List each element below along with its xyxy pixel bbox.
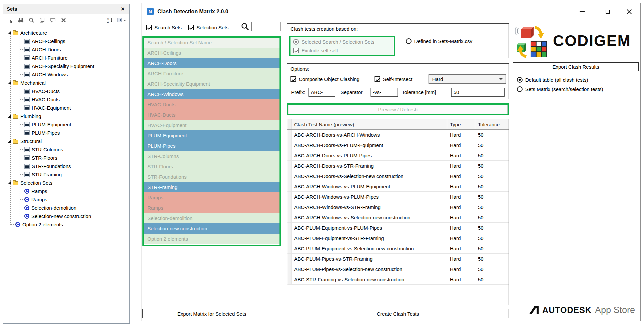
clash-test-row[interactable]: ABC-PLUM-Equipment-vs-Selection-new cons…: [287, 243, 509, 254]
tree-item[interactable]: Selection-new construction: [3, 212, 129, 220]
create-clash-tests-button[interactable]: Create Clash Tests: [287, 309, 509, 318]
clash-test-row[interactable]: ABC-ARCH-Windows-vs-PLUM-PipesHard50: [287, 192, 509, 202]
clash-test-row[interactable]: ABC-PLUM-Equipment-vs-PLUM-PipesHard50: [287, 223, 509, 233]
set-filter-input[interactable]: [251, 22, 280, 31]
clash-test-row[interactable]: ABC-STR-Framing-vs-Selection-new constru…: [287, 274, 509, 285]
sort-icon[interactable]: AZ: [106, 16, 114, 24]
tree-folder[interactable]: Mechanical: [3, 79, 129, 87]
set-row-selected[interactable]: ARCH-Windows: [144, 89, 279, 99]
set-row-available[interactable]: STR-Columns: [144, 151, 279, 161]
tree-item[interactable]: ARCH-Furniture: [3, 54, 129, 62]
close-icon[interactable]: [119, 6, 126, 12]
default-table-radio[interactable]: Default table (all clash tests): [517, 76, 588, 83]
tree-item[interactable]: STR-Floors: [3, 154, 129, 162]
self-intersect-checkbox[interactable]: Self-Intersect: [375, 76, 412, 82]
tree-item[interactable]: ARCH-Doors: [3, 45, 129, 54]
export-matrix-button[interactable]: Export Matrix for Selected Sets: [142, 309, 281, 318]
tree-item[interactable]: HVAC-Ducts: [3, 95, 129, 104]
clash-test-row[interactable]: ABC-ARCH-Doors-vs-PLUM-PipesHard50: [287, 150, 509, 161]
clash-test-row[interactable]: ABC-PLUM-Pipes-vs-Selection-new construc…: [287, 264, 509, 274]
exclude-self-checkbox[interactable]: Exclude self-self: [293, 47, 338, 54]
clash-test-row[interactable]: ABC-PLUM-Pipes-vs-STR-FramingHard50: [287, 254, 509, 264]
composite-clashing-checkbox[interactable]: Composite Object Clashing: [290, 76, 360, 82]
delete-icon[interactable]: [59, 16, 68, 24]
set-row-available[interactable]: ARCH-Speciality Equipment: [144, 79, 279, 89]
search-sets-checkbox[interactable]: Search Sets: [146, 24, 182, 31]
col-header-name[interactable]: Clash Test Name (preview): [291, 119, 447, 129]
select-set-icon[interactable]: [6, 16, 14, 24]
tree-item[interactable]: HVAC-Ducts: [3, 87, 129, 95]
expander-icon[interactable]: [8, 115, 11, 118]
clash-test-row[interactable]: ABC-ARCH-Windows-vs-PLUM-EquipmentHard50: [287, 181, 509, 192]
clash-test-row[interactable]: ABC-PLUM-Equipment-vs-STR-FramingHard50: [287, 233, 509, 243]
prefix-input[interactable]: [308, 88, 335, 97]
tree-item[interactable]: STR-Foundations: [3, 162, 129, 170]
separator-input[interactable]: [371, 88, 398, 97]
minimize-button[interactable]: [576, 7, 588, 17]
expander-icon[interactable]: [8, 181, 11, 184]
comment-icon[interactable]: [48, 16, 57, 24]
set-row-available[interactable]: STR-Foundations: [144, 172, 279, 182]
cell-name: ABC-PLUM-Equipment-vs-STR-Framing: [291, 233, 447, 243]
preview-refresh-button[interactable]: Preview / Refresh: [288, 105, 508, 114]
tree-item[interactable]: PLUM-Equipment: [3, 120, 129, 129]
cell-name: ABC-ARCH-Doors-vs-PLUM-Pipes: [291, 150, 447, 160]
duplicate-icon[interactable]: [38, 16, 46, 24]
set-row-available[interactable]: ARCH-Furniture: [144, 68, 279, 79]
tree-folder[interactable]: Structural: [3, 137, 129, 145]
clash-test-row[interactable]: ABC-ARCH-Doors-vs-Selection-new construc…: [287, 171, 509, 181]
find-items-icon[interactable]: [16, 16, 25, 24]
set-row-selected[interactable]: ARCH-Doors: [144, 58, 279, 68]
import-export-icon[interactable]: [116, 16, 127, 24]
sets-matrix-csv-radio[interactable]: Defined in Sets-Matrix.csv: [406, 38, 472, 44]
set-row-selected[interactable]: PLUM-Equipment: [144, 130, 279, 141]
tree-item[interactable]: STR-Columns: [3, 145, 129, 154]
sets-matrix-radio[interactable]: Sets Matrix (search/selection tests): [517, 86, 603, 92]
tree-item[interactable]: Selection-demolition: [3, 204, 129, 212]
tolerance-input[interactable]: [451, 88, 505, 97]
tree-item[interactable]: Ramps: [3, 187, 129, 195]
clash-test-row[interactable]: ABC-ARCH-Doors-vs-PLUM-EquipmentHard50: [287, 140, 509, 150]
dialog-titlebar[interactable]: N Clash Detection Matrix 2.0.0: [141, 3, 640, 20]
tree-item[interactable]: STR-Framing: [3, 170, 129, 179]
clash-test-row[interactable]: ABC-ARCH-Windows-vs-Selection-new constr…: [287, 212, 509, 223]
tree-folder[interactable]: Architecture: [3, 29, 129, 37]
close-button[interactable]: [623, 7, 635, 17]
selection-sets-checkbox[interactable]: Selection Sets: [188, 24, 228, 31]
set-row-excluded[interactable]: Ramps: [144, 192, 279, 203]
set-row-selected[interactable]: PLUM-Pipes: [144, 141, 279, 151]
tree-item[interactable]: HVAC-Equipment: [3, 104, 129, 112]
export-clash-results-button[interactable]: Export Clash Results: [513, 62, 639, 71]
quick-find-icon[interactable]: [27, 16, 36, 24]
tree-item[interactable]: ARCH-Ceilings: [3, 37, 129, 45]
tree-item[interactable]: ARCH-Windows: [3, 70, 129, 79]
set-row-excluded[interactable]: HVAC-Ducts: [144, 110, 279, 120]
set-row-available[interactable]: ARCH-Ceilings: [144, 48, 279, 58]
selected-sets-radio[interactable]: Selected Search / Selection Sets: [293, 38, 374, 45]
set-row-available[interactable]: HVAC-Equipment: [144, 120, 279, 130]
set-row-selected[interactable]: Selection-new construction: [144, 223, 279, 234]
set-row-available[interactable]: Selection-demolition: [144, 213, 279, 223]
tree-item[interactable]: ARCH-Speciality Equipment: [3, 62, 129, 70]
tree-item[interactable]: PLUM-Pipes: [3, 129, 129, 137]
clash-test-row[interactable]: ABC-ARCH-Doors-vs-ARCH-WindowsHard50: [287, 130, 509, 140]
tree-item[interactable]: Option 2 elements: [3, 220, 129, 229]
maximize-button[interactable]: [602, 7, 613, 17]
set-row-excluded[interactable]: Ramps: [144, 203, 279, 213]
tree-folder[interactable]: Plumbing: [3, 112, 129, 120]
col-header-type[interactable]: Type: [447, 119, 475, 129]
cell-tol: 50: [475, 233, 509, 243]
set-row-excluded[interactable]: HVAC-Ducts: [144, 99, 279, 110]
col-header-tolerance[interactable]: Tolerance: [475, 119, 509, 129]
tree-item[interactable]: Ramps: [3, 195, 129, 204]
set-row-available[interactable]: Option 2 elements: [144, 234, 279, 244]
tree-folder[interactable]: Selection Sets: [3, 179, 129, 187]
expander-icon[interactable]: [8, 81, 11, 84]
set-row-available[interactable]: STR-Floors: [144, 161, 279, 172]
clash-type-dropdown[interactable]: Hard: [429, 74, 506, 84]
expander-icon[interactable]: [8, 31, 11, 34]
clash-test-row[interactable]: ABC-ARCH-Windows-vs-STR-FramingHard50: [287, 202, 509, 212]
expander-icon[interactable]: [8, 140, 11, 143]
set-row-selected[interactable]: STR-Framing: [144, 182, 279, 192]
clash-test-row[interactable]: ABC-ARCH-Doors-vs-STR-FramingHard50: [287, 161, 509, 171]
